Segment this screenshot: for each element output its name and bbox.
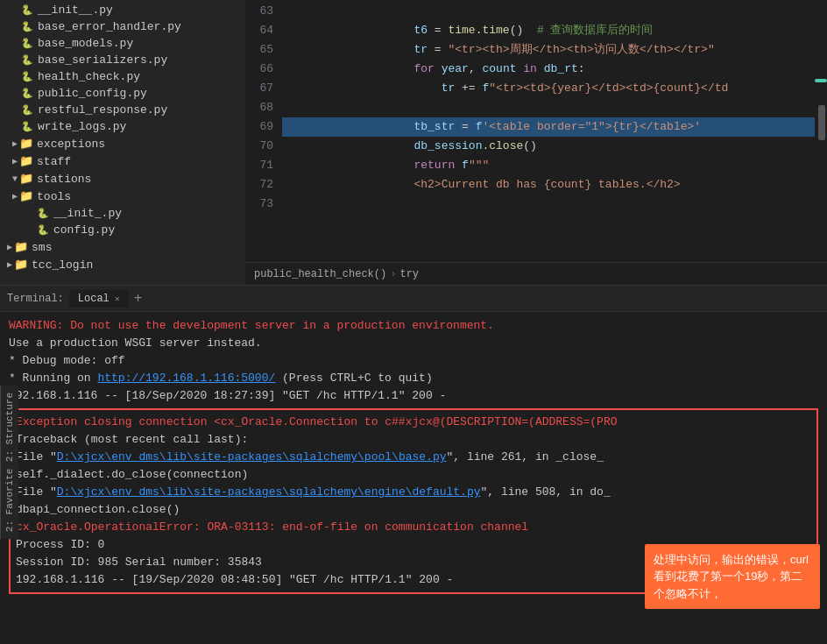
py-icon: 🐍 — [21, 21, 33, 32]
folder-staff[interactable]: ▶ 📁 staff — [0, 152, 245, 170]
scroll-highlight — [815, 79, 827, 82]
folder-sms[interactable]: ▶ 📁 sms — [0, 238, 245, 256]
exception-line: Exception closing connection <cx_Oracle.… — [16, 414, 811, 431]
chevron-down-icon: ▼ — [12, 174, 18, 184]
py-icon: 🐍 — [21, 4, 33, 16]
file-restful[interactable]: 🐍 restful_response.py — [0, 102, 245, 118]
py-icon: 🐍 — [21, 104, 33, 116]
file-base-models[interactable]: 🐍 base_models.py — [0, 35, 245, 52]
new-terminal-button[interactable]: + — [134, 291, 143, 307]
file-base-serializers[interactable]: 🐍 base_serializers.py — [0, 52, 245, 68]
folder-icon: 📁 — [19, 189, 33, 203]
tb-line-4: dbapi_connection.close() — [16, 501, 811, 519]
file-config[interactable]: 🐍 config.py — [0, 222, 245, 238]
py-icon: 🐍 — [21, 71, 33, 82]
file-init[interactable]: 🐍 __init__.py — [0, 2, 245, 18]
folder-tcc-login[interactable]: ▶ 📁 tcc_login — [0, 256, 245, 273]
file-base-error[interactable]: 🐍 base_error_handler.py — [0, 18, 245, 35]
chevron-right-icon: ▶ — [7, 259, 12, 270]
py-icon: 🐍 — [21, 88, 33, 99]
chevron-right-icon: ▶ — [7, 242, 12, 252]
code-line-63: t6 = time.time() # 查询数据库后的时间 — [282, 2, 815, 21]
warning-line: WARNING: Do not use the development serv… — [9, 317, 818, 335]
tb-file-link-2[interactable]: D:\xjcx\env_dms\lib\site-packages\sqlalc… — [57, 485, 481, 499]
tb-line-1: File "D:\xjcx\env_dms\lib\site-packages\… — [16, 449, 811, 466]
access-log-1: 192.168.1.116 -- [18/Sep/2020 18:27:39] … — [9, 387, 818, 405]
file-explorer: 🐍 __init__.py 🐍 base_error_handler.py 🐍 … — [0, 0, 245, 285]
tb-line-3: File "D:\xjcx\env_dms\lib\site-packages\… — [16, 484, 811, 501]
debug-line: * Debug mode: off — [9, 352, 818, 370]
line-numbers: 63 64 65 66 67 68 69 70 71 72 73 — [245, 0, 282, 262]
scroll-thumb — [818, 105, 825, 140]
code-lines: t6 = time.time() # 查询数据库后的时间 tr = "<tr><… — [282, 0, 815, 262]
file-public-config[interactable]: 🐍 public_config.py — [0, 85, 245, 102]
terminal-label: Terminal: — [7, 293, 64, 305]
py-icon: 🐍 — [37, 224, 49, 236]
ora-error-line: cx_Oracle.OperationalError: ORA-03113: e… — [16, 519, 811, 536]
chevron-right-icon: ▶ — [12, 191, 18, 202]
code-line-73 — [282, 195, 815, 214]
wsgi-line: Use a production WSGI server instead. — [9, 335, 818, 352]
chevron-right-icon: ▶ — [12, 138, 18, 149]
folder-icon: 📁 — [19, 137, 33, 151]
top-area: 🐍 __init__.py 🐍 base_error_handler.py 🐍 … — [0, 0, 827, 285]
server-url-link[interactable]: http://192.168.1.116:5000/ — [97, 372, 275, 385]
terminal-tab-bar: Terminal: Local ✕ + — [0, 286, 827, 312]
folder-icon: 📁 — [14, 240, 28, 254]
file-health-check[interactable]: 🐍 health_check.py — [0, 68, 245, 85]
folder-icon: 📁 — [19, 172, 33, 186]
folder-icon: 📁 — [19, 154, 33, 168]
code-editor: 63 64 65 66 67 68 69 70 71 72 73 t6 = ti… — [245, 0, 827, 285]
left-tab-structure-panel: 2: Structure — [0, 386, 18, 469]
py-icon: 🐍 — [21, 54, 33, 66]
file-init2[interactable]: 🐍 __init_.py — [0, 205, 245, 222]
chevron-right-icon: ▶ — [12, 156, 18, 166]
breadcrumb-sep: › — [390, 268, 396, 280]
breadcrumb: public_health_check() › try — [245, 262, 827, 285]
terminal-panel: Terminal: Local ✕ + WARNING: Do not use … — [0, 285, 827, 644]
terminal-tab-local[interactable]: Local ✕ — [69, 290, 129, 308]
traceback-header: Traceback (most recent call last): — [16, 431, 811, 449]
tb-file-link-1[interactable]: D:\xjcx\env_dms\lib\site-packages\sqlalc… — [57, 450, 447, 464]
folder-tools[interactable]: ▶ 📁 tools — [0, 188, 245, 205]
annotation-box: 处理中访问，输出的错误，curl看到花费了第一个19秒，第二个忽略不计， — [645, 544, 820, 610]
running-line: * Running on http://192.168.1.116:5000/ … — [9, 370, 818, 387]
py-icon: 🐍 — [21, 121, 33, 132]
folder-exceptions[interactable]: ▶ 📁 exceptions — [0, 135, 245, 152]
terminal-tab-close[interactable]: ✕ — [115, 294, 120, 304]
left-tab-structure[interactable]: 2: Structure — [0, 386, 18, 469]
tb-line-2: self._dialect.do_close(connection) — [16, 466, 811, 484]
folder-icon: 📁 — [14, 258, 28, 272]
code-line-68: tb_str = f'<table border="1">{tr}</table… — [282, 98, 815, 117]
py-icon: 🐍 — [21, 38, 33, 49]
file-write-logs[interactable]: 🐍 write_logs.py — [0, 118, 245, 135]
folder-stations[interactable]: ▼ 📁 stations — [0, 170, 245, 188]
py-icon: 🐍 — [37, 208, 49, 219]
editor-scrollbar[interactable] — [815, 0, 827, 262]
terminal-output: WARNING: Do not use the development serv… — [0, 312, 827, 644]
